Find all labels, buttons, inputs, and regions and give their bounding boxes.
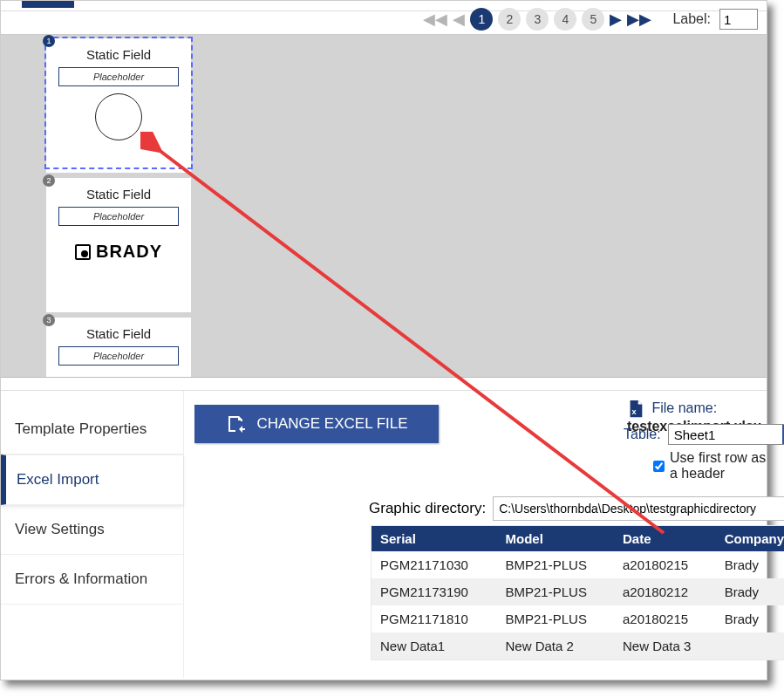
file-name-label: File name:: [651, 400, 717, 415]
use-first-row-checkbox[interactable]: [653, 461, 665, 472]
page-1[interactable]: 1: [470, 8, 493, 31]
placeholder-field[interactable]: Placeholder: [58, 207, 179, 226]
pager: ◀◀ ◀ 1 2 3 4 5 ▶ ▶▶ Label:: [367, 4, 758, 34]
page-3[interactable]: 3: [526, 8, 549, 31]
label-preview-canvas: 1 Static Field Placeholder 2 Static Fiel…: [1, 34, 767, 378]
excel-import-pane: X CHANGE EXCEL FILE x File name: testexc…: [184, 391, 767, 678]
col-company[interactable]: Company: [716, 526, 784, 552]
side-tabs: Template Properties Excel Import View Se…: [1, 391, 184, 678]
grid-cell[interactable]: New Data 3: [614, 632, 716, 660]
grid-cell[interactable]: a20180212: [614, 578, 716, 605]
col-model[interactable]: Model: [497, 526, 614, 552]
data-grid[interactable]: Serial Model Date Company Image Names PG…: [371, 525, 784, 660]
grid-cell[interactable]: [716, 632, 784, 660]
grid-cell[interactable]: a20180215: [614, 551, 716, 578]
grid-cell[interactable]: BMP21-PLUS: [497, 605, 614, 632]
change-excel-file-button[interactable]: X CHANGE EXCEL FILE: [194, 405, 439, 443]
svg-text:X: X: [231, 420, 236, 428]
next-page-icon[interactable]: ▶: [610, 10, 622, 29]
grid-cell[interactable]: BMP21-PLUS: [497, 551, 614, 578]
label-number-input[interactable]: [719, 9, 758, 30]
excel-change-icon: X: [225, 413, 246, 434]
grid-cell[interactable]: Brady: [716, 551, 784, 578]
grid-cell[interactable]: a20180215: [614, 605, 716, 632]
table-label: Table:: [624, 427, 661, 442]
page-2[interactable]: 2: [498, 8, 521, 31]
table-row[interactable]: New Data1New Data 2New Data 3: [372, 632, 785, 660]
last-page-icon[interactable]: ▶▶: [627, 10, 651, 29]
tab-errors-info[interactable]: Errors & Information: [1, 555, 183, 605]
change-excel-label: CHANGE EXCEL FILE: [256, 415, 407, 433]
grid-cell[interactable]: PGM21171030: [372, 551, 497, 578]
brady-icon: [75, 244, 91, 260]
graphic-circle[interactable]: [95, 93, 142, 140]
label-field-label: Label:: [672, 11, 711, 27]
graphic-dir-label: Graphic directory:: [369, 500, 486, 517]
table-row[interactable]: PGM21171030BMP21-PLUSa20180215Bradycircl…: [372, 551, 785, 578]
label-badge-2: 2: [43, 174, 55, 187]
label-item-2[interactable]: 2 Static Field Placeholder BRADY: [46, 178, 191, 318]
static-field-title: Static Field: [46, 326, 191, 341]
label-item-3[interactable]: 3 Static Field Placeholder: [46, 318, 191, 378]
table-row[interactable]: PGM21171810BMP21-PLUSa20180215Bradytrian…: [372, 605, 785, 632]
placeholder-field[interactable]: Placeholder: [58, 67, 179, 86]
tab-excel-import[interactable]: Excel Import: [1, 454, 183, 505]
excel-file-icon: x: [627, 400, 644, 419]
grid-cell[interactable]: PGM21171810: [372, 605, 497, 632]
ribbon-tab-active[interactable]: [22, 1, 74, 8]
table-select-value: Sheet1: [674, 427, 716, 442]
grid-cell[interactable]: PGM21173190: [372, 578, 497, 605]
label-item-1[interactable]: 1 Static Field Placeholder: [46, 38, 191, 178]
graphic-brady-logo[interactable]: BRADY: [46, 242, 191, 262]
grid-cell[interactable]: New Data1: [372, 632, 497, 660]
page-4[interactable]: 4: [554, 8, 576, 31]
use-first-row-label: Use first row as a header: [670, 450, 767, 482]
label-badge-3: 3: [43, 314, 55, 326]
placeholder-field[interactable]: Placeholder: [58, 346, 179, 366]
grid-cell[interactable]: New Data 2: [497, 632, 614, 660]
brady-logo-text: BRADY: [96, 242, 162, 262]
grid-cell[interactable]: Brady: [716, 578, 784, 605]
col-date[interactable]: Date: [614, 526, 716, 552]
tab-view-settings[interactable]: View Settings: [1, 505, 183, 555]
grid-cell[interactable]: Brady: [716, 605, 784, 632]
static-field-title: Static Field: [46, 187, 191, 202]
grid-cell[interactable]: BMP21-PLUS: [497, 578, 614, 605]
prev-page-icon[interactable]: ◀: [453, 10, 465, 29]
graphic-dir-input[interactable]: [493, 496, 784, 521]
col-serial[interactable]: Serial: [372, 526, 497, 552]
static-field-title: Static Field: [46, 47, 191, 62]
label-badge-1: 1: [43, 35, 55, 47]
table-row[interactable]: PGM21173190BMP21-PLUSa20180212Bradybrady: [372, 578, 785, 605]
table-select[interactable]: Sheet1 ▼: [668, 424, 784, 445]
tab-template-properties[interactable]: Template Properties: [1, 405, 183, 454]
first-page-icon[interactable]: ◀◀: [423, 10, 447, 29]
page-5[interactable]: 5: [582, 8, 604, 31]
